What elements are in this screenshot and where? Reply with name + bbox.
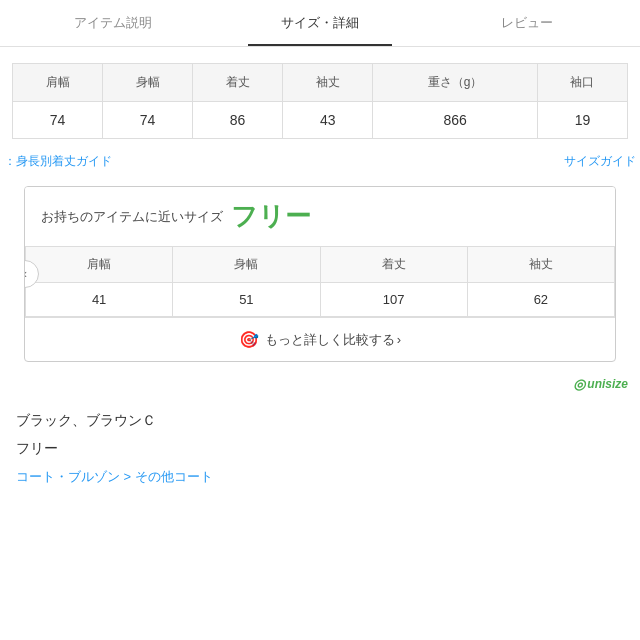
unisize-comparison-table: 肩幅 身幅 着丈 袖丈 41 51 107 62: [25, 246, 615, 317]
unisize-val-sleeve: 62: [467, 283, 614, 317]
val-weight: 866: [373, 102, 538, 139]
size-guide-link[interactable]: サイズガイド: [564, 153, 636, 170]
val-length: 86: [193, 102, 283, 139]
unisize-logo: ◎ unisize: [573, 376, 628, 392]
val-body-width: 74: [103, 102, 193, 139]
unisize-col-shoulder: 肩幅: [26, 247, 173, 283]
col-header-body-width: 身幅: [103, 64, 193, 102]
unisize-logo-text: unisize: [587, 377, 628, 391]
unisize-header: お持ちのアイテムに近いサイズ フリー: [25, 187, 615, 246]
size-info-row: フリー: [16, 440, 624, 458]
category-row: コート・ブルゾン > その他コート: [16, 468, 624, 486]
color-info-row: ブラック、ブラウンＣ: [16, 412, 624, 430]
size-label: フリー: [16, 440, 58, 456]
bottom-spacer: [0, 504, 640, 524]
col-header-cuff: 袖口: [537, 64, 627, 102]
category-link[interactable]: コート・ブルゾン > その他コート: [16, 469, 213, 484]
val-cuff: 19: [537, 102, 627, 139]
height-guide-link[interactable]: ：身長別着丈ガイド: [4, 153, 112, 170]
unisize-header-text: お持ちのアイテムに近いサイズ: [41, 208, 223, 226]
unisize-col-length: 着丈: [320, 247, 467, 283]
compare-arrow-icon: ›: [397, 332, 401, 347]
tab-size-detail[interactable]: サイズ・詳細: [217, 0, 424, 46]
unisize-val-length: 107: [320, 283, 467, 317]
unisize-logo-row: ◎ unisize: [0, 372, 640, 400]
unisize-col-sleeve: 袖丈: [467, 247, 614, 283]
tab-navigation: アイテム説明 サイズ・詳細 レビュー: [0, 0, 640, 47]
unisize-val-body-width: 51: [173, 283, 320, 317]
color-label: ブラック、ブラウンＣ: [16, 412, 156, 428]
col-header-sleeve: 袖丈: [283, 64, 373, 102]
unisize-size-label: フリー: [231, 199, 311, 234]
val-shoulder: 74: [13, 102, 103, 139]
unisize-val-shoulder: 41: [26, 283, 173, 317]
val-sleeve: 43: [283, 102, 373, 139]
tab-review[interactable]: レビュー: [423, 0, 630, 46]
unisize-col-body-width: 身幅: [173, 247, 320, 283]
compare-text: もっと詳しく比較する: [265, 331, 395, 349]
col-header-length: 着丈: [193, 64, 283, 102]
unisize-logo-icon: ◎: [573, 376, 585, 392]
col-header-shoulder: 肩幅: [13, 64, 103, 102]
unisize-section: ‹ お持ちのアイテムに近いサイズ フリー 肩幅 身幅 着丈 袖丈 41 51: [24, 186, 616, 362]
guide-links-row: ：身長別着丈ガイド サイズガイド: [0, 147, 640, 176]
col-header-weight: 重さ（g）: [373, 64, 538, 102]
tab-description[interactable]: アイテム説明: [10, 0, 217, 46]
size-measurement-table: 肩幅 身幅 着丈 袖丈 重さ（g） 袖口 74 74 86 43 866 19: [12, 63, 628, 139]
chevron-left-icon: ‹: [24, 267, 27, 281]
size-table-section: 肩幅 身幅 着丈 袖丈 重さ（g） 袖口 74 74 86 43 866 19: [0, 47, 640, 147]
compare-button[interactable]: 🎯 もっと詳しく比較する ›: [25, 317, 615, 361]
item-info-section: ブラック、ブラウンＣ フリー コート・ブルゾン > その他コート: [0, 400, 640, 504]
compare-icon: 🎯: [239, 330, 259, 349]
